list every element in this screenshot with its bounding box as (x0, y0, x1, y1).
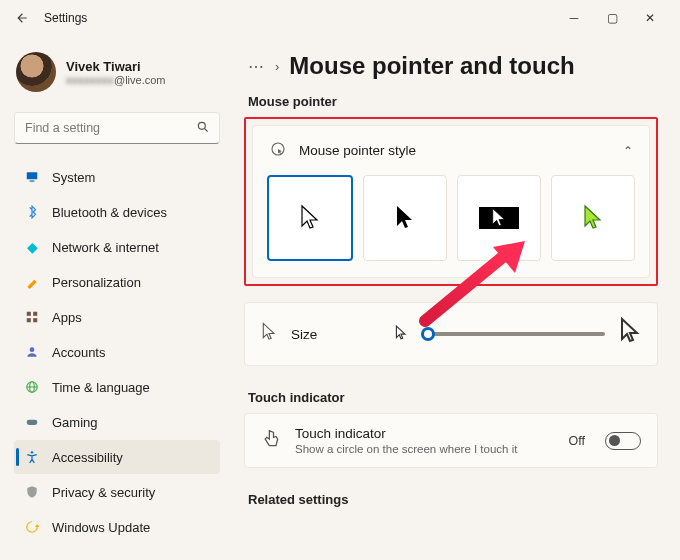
section-touch-indicator-label: Touch indicator (248, 390, 658, 405)
globe-icon (24, 379, 40, 395)
svg-line-1 (205, 129, 208, 132)
section-mouse-pointer-label: Mouse pointer (248, 94, 658, 109)
search-icon (196, 120, 210, 137)
sidebar-item-label: Accessibility (52, 450, 123, 465)
sidebar-item-label: System (52, 170, 95, 185)
window-controls: ─ ▢ ✕ (562, 11, 672, 25)
person-icon (24, 344, 40, 360)
sidebar-item-label: Apps (52, 310, 82, 325)
sidebar-item-personalization[interactable]: Personalization (14, 265, 220, 299)
sidebar-item-system[interactable]: System (14, 160, 220, 194)
app-title: Settings (44, 11, 87, 25)
bluetooth-icon (24, 204, 40, 220)
svg-point-8 (30, 347, 35, 352)
cursor-icon (261, 322, 277, 346)
size-min-icon (395, 325, 407, 344)
sidebar-item-gaming[interactable]: Gaming (14, 405, 220, 439)
svg-point-0 (198, 122, 205, 129)
shield-icon (24, 484, 40, 500)
sidebar-item-accounts[interactable]: Accounts (14, 335, 220, 369)
sidebar-item-bluetooth[interactable]: Bluetooth & devices (14, 195, 220, 229)
sidebar-item-label: Privacy & security (52, 485, 155, 500)
main-panel: ⋯ › Mouse pointer and touch Mouse pointe… (230, 36, 680, 560)
size-label: Size (291, 327, 381, 342)
sidebar-item-label: Personalization (52, 275, 141, 290)
slider-thumb[interactable] (421, 327, 435, 341)
svg-rect-5 (33, 312, 37, 316)
sidebar-item-apps[interactable]: Apps (14, 300, 220, 334)
sidebar-item-label: Gaming (52, 415, 98, 430)
sidebar-item-label: Bluetooth & devices (52, 205, 167, 220)
card-header[interactable]: Mouse pointer style ⌃ (253, 126, 649, 175)
nav-list: System Bluetooth & devices ◆ Network & i… (14, 160, 220, 544)
sidebar-item-accessibility[interactable]: Accessibility (14, 440, 220, 474)
size-max-icon (619, 317, 641, 351)
update-icon (24, 519, 40, 535)
page-title: Mouse pointer and touch (289, 52, 574, 80)
sidebar-item-network[interactable]: ◆ Network & internet (14, 230, 220, 264)
size-slider[interactable] (421, 332, 605, 336)
sidebar-item-label: Accounts (52, 345, 105, 360)
touch-card-title: Touch indicator (295, 426, 555, 441)
back-button[interactable] (8, 4, 36, 32)
chevron-up-icon: ⌃ (623, 144, 633, 158)
pointer-style-custom[interactable] (551, 175, 635, 261)
user-email: xxxxxxxx@live.com (66, 74, 166, 86)
breadcrumb-ellipsis[interactable]: ⋯ (248, 57, 265, 76)
pointer-style-black[interactable] (363, 175, 447, 261)
sidebar-item-update[interactable]: Windows Update (14, 510, 220, 544)
pointer-style-grid (253, 175, 649, 277)
sidebar-item-label: Network & internet (52, 240, 159, 255)
close-button[interactable]: ✕ (638, 11, 662, 25)
brush-icon (24, 274, 40, 290)
maximize-button[interactable]: ▢ (600, 11, 624, 25)
chevron-right-icon: › (275, 59, 279, 74)
apps-icon (24, 309, 40, 325)
mouse-pointer-style-card: Mouse pointer style ⌃ (252, 125, 650, 278)
titlebar: Settings ─ ▢ ✕ (0, 0, 680, 36)
sidebar-item-privacy[interactable]: Privacy & security (14, 475, 220, 509)
sidebar: Vivek Tiwari xxxxxxxx@live.com System Bl… (0, 36, 230, 560)
touch-toggle[interactable] (605, 432, 641, 450)
search-input[interactable] (14, 112, 220, 144)
search-row (14, 112, 220, 144)
annotation-highlight-box: Mouse pointer style ⌃ (244, 117, 658, 286)
pointer-style-inverted[interactable] (457, 175, 541, 261)
user-card[interactable]: Vivek Tiwari xxxxxxxx@live.com (14, 48, 220, 102)
svg-point-13 (31, 451, 33, 453)
section-related-label: Related settings (248, 492, 658, 507)
sidebar-item-time-language[interactable]: Time & language (14, 370, 220, 404)
svg-rect-12 (27, 420, 38, 425)
accessibility-icon (24, 449, 40, 465)
settings-window: Settings ─ ▢ ✕ Vivek Tiwari xxxxxxxx@liv… (0, 0, 680, 560)
sidebar-item-label: Time & language (52, 380, 150, 395)
pointer-style-white[interactable] (267, 175, 353, 261)
gamepad-icon (24, 414, 40, 430)
svg-rect-6 (27, 318, 31, 322)
svg-rect-7 (33, 318, 37, 322)
card-title: Mouse pointer style (299, 143, 416, 158)
svg-rect-3 (30, 181, 35, 182)
touch-card-desc: Show a circle on the screen where I touc… (295, 443, 555, 455)
svg-rect-4 (27, 312, 31, 316)
pointer-icon (269, 140, 287, 161)
svg-rect-2 (27, 172, 38, 179)
toggle-state-label: Off (569, 434, 585, 448)
touch-indicator-card: Touch indicator Show a circle on the scr… (244, 413, 658, 468)
wifi-icon: ◆ (24, 239, 40, 255)
monitor-icon (24, 169, 40, 185)
pointer-size-card: Size (244, 302, 658, 366)
minimize-button[interactable]: ─ (562, 11, 586, 25)
sidebar-item-label: Windows Update (52, 520, 150, 535)
avatar (16, 52, 56, 92)
user-name: Vivek Tiwari (66, 59, 166, 74)
touch-icon (261, 429, 281, 453)
breadcrumb: ⋯ › Mouse pointer and touch (248, 52, 658, 80)
